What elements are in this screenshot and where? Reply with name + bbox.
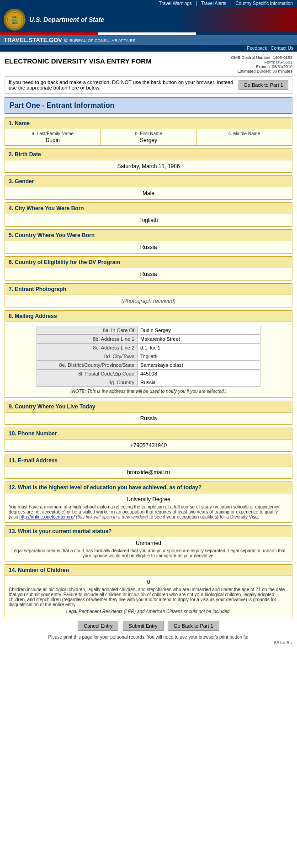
go-back-button[interactable]: Go Back to Part 1 — [168, 621, 219, 631]
email-value: bronxide@mail.ru — [5, 466, 292, 479]
address-value-4: Samarskaya oblast — [138, 361, 260, 370]
address-value-3: Togliatti — [138, 352, 260, 361]
section-email: 11. E-mail Address bronxide@mail.ru — [5, 455, 292, 479]
name-header: 1. Name — [5, 117, 292, 129]
marital-header: 13. What is your current marital status? — [5, 525, 292, 537]
address-value-2: d.1, kv. 1 — [138, 344, 260, 352]
section-photograph: 7. Entrant Photograph (Photograph receiv… — [5, 283, 292, 307]
address-table: 8a. In Care Of Dudin Sergey 8b. Address … — [37, 326, 260, 387]
middle-name-cell: c. Middle Name — [196, 129, 292, 145]
country-born-value: Russia — [5, 241, 292, 254]
address-row-3: 8d. City/Town Togliatti — [37, 352, 260, 361]
education-header: 12. What is the highest level of educati… — [5, 482, 292, 493]
address-row-5: 8f. Postal Code/Zip Code 445008 — [37, 370, 260, 378]
travel-alerts-link[interactable]: Travel Alerts — [201, 1, 226, 6]
nav-separator: | — [196, 1, 198, 6]
education-value: University Degree — [9, 496, 288, 503]
onet-link[interactable]: http://online.onetcenter.org/ — [19, 514, 74, 519]
education-body: University Degree You must have a minimu… — [5, 493, 292, 523]
marital-note: Legal separation means that a court has … — [9, 548, 288, 558]
middle-name-label: c. Middle Name — [200, 131, 288, 136]
top-nav: Travel Warnings | Travel Alerts | Countr… — [0, 0, 297, 7]
section-country-born: 5. Country Where You Were Born Russia — [5, 229, 292, 254]
part-heading: Part One - Entrant Information — [5, 97, 292, 114]
omb-info: OMB Control Number: 1405-0153 Form: DS-5… — [231, 55, 292, 74]
birth-date-header: 2. Birth Date — [5, 148, 292, 160]
address-row-4: 8e. District/County/Province/State Samar… — [37, 361, 260, 370]
section-marital: 13. What is your current marital status?… — [5, 525, 292, 561]
country-eligibility-value: Russia — [5, 268, 292, 281]
site-header: U.S. DEPT STATE U.S. Department of State — [0, 7, 297, 32]
gear-icon: ⚙ — [64, 37, 69, 43]
watermark: BRNX.RU — [5, 640, 292, 645]
header-title: U.S. Department of State — [29, 16, 104, 23]
country-info-link[interactable]: Country Specific Information — [235, 1, 293, 6]
children-value: 0 — [9, 579, 288, 585]
department-name: U.S. Department of State — [29, 16, 104, 23]
go-back-top-button[interactable]: Go Back to Part 1 — [239, 80, 288, 90]
address-label-1: 8b. Address Line 1 — [37, 335, 138, 344]
print-note: Please print this page for your personal… — [5, 635, 292, 640]
gender-value: Male — [5, 187, 292, 200]
svg-text:STATE: STATE — [12, 22, 18, 24]
children-header: 14. Number of Children — [5, 564, 292, 576]
country-live-value: Russia — [5, 413, 292, 425]
section-education: 12. What is the highest level of educati… — [5, 482, 292, 523]
address-value-6: Russia — [138, 378, 260, 387]
address-label-6: 8g. Country — [37, 378, 138, 387]
address-row-1: 8b. Address Line 1 Makarenko Street — [37, 335, 260, 344]
mailing-header: 8. Mailing Address — [5, 310, 292, 322]
address-label-5: 8f. Postal Code/Zip Code — [37, 370, 138, 378]
department-seal: U.S. DEPT STATE — [4, 9, 26, 31]
address-value-1: Makarenko Street — [138, 335, 260, 344]
last-name-cell: a. Last/Family Name Dudin — [5, 129, 101, 145]
first-name-label: b. First Name — [105, 131, 193, 136]
mailing-body: 8a. In Care Of Dudin Sergey 8b. Address … — [5, 322, 292, 398]
first-name-value: Sergey — [105, 137, 193, 143]
address-value-0: Dudin Sergey — [138, 326, 260, 335]
phone-header: 10. Phone Number — [5, 428, 292, 439]
main-content: ELECTRONIC DIVERSITY VISA ENTRY FORM OMB… — [0, 52, 297, 649]
svg-text:DEPT: DEPT — [12, 19, 17, 21]
section-gender: 3. Gender Male — [5, 175, 292, 200]
address-label-3: 8d. City/Town — [37, 352, 138, 361]
last-name-value: Dudin — [9, 137, 97, 143]
svg-text:U.S.: U.S. — [12, 16, 17, 18]
submit-entry-button[interactable]: Submit Entry — [123, 621, 164, 631]
address-label-0: 8a. In Care Of — [37, 326, 138, 335]
cancel-entry-button[interactable]: Cancel Entry — [78, 621, 118, 631]
section-city-born: 4. City Where You Were Born Togliatti — [5, 202, 292, 227]
travel-warnings-link[interactable]: Travel Warnings — [159, 1, 192, 6]
section-children: 14. Number of Children 0 Children includ… — [5, 564, 292, 617]
address-value-5: 445008 — [138, 370, 260, 378]
children-info2: Legal Permanent Residents (LPR) and Amer… — [9, 609, 288, 614]
marital-body: Unmarried Legal separation means that a … — [5, 537, 292, 561]
section-name: 1. Name a. Last/Family Name Dudin b. Fir… — [5, 117, 292, 146]
city-born-value: Togliatti — [5, 214, 292, 227]
marital-value: Unmarried — [9, 540, 288, 546]
bottom-buttons: Cancel Entry Submit Entry Go Back to Par… — [5, 621, 292, 631]
address-label-2: 8c. Address Line 2 — [37, 344, 138, 352]
country-live-header: 9. Country Where You Live Today — [5, 401, 292, 413]
section-country-live: 9. Country Where You Live Today Russia — [5, 401, 292, 425]
photograph-value: (Photograph received) — [5, 295, 292, 307]
back-note: If you need to go back and make a correc… — [5, 76, 292, 94]
photograph-header: 7. Entrant Photograph — [5, 283, 292, 295]
section-country-eligibility: 6. Country of Eligibility for the DV Pro… — [5, 256, 292, 281]
omb-section: ELECTRONIC DIVERSITY VISA ENTRY FORM OMB… — [5, 55, 292, 74]
first-name-cell: b. First Name Sergey — [101, 129, 197, 145]
phone-value: +79057431940 — [5, 439, 292, 452]
feedback-bar: Feedback | Contact Us — [0, 45, 297, 52]
birth-date-value: Saturday, March 11, 1986 — [5, 160, 292, 173]
email-header: 11. E-mail Address — [5, 455, 292, 466]
header-left: U.S. DEPT STATE U.S. Department of State — [4, 9, 104, 31]
address-row-0: 8a. In Care Of Dudin Sergey — [37, 326, 260, 335]
address-note: (NOTE: This is the address that will be … — [9, 389, 288, 394]
section-mailing: 8. Mailing Address 8a. In Care Of Dudin … — [5, 310, 292, 398]
address-label-4: 8e. District/County/Province/State — [37, 361, 138, 370]
contact-link[interactable]: Contact Us — [271, 46, 293, 51]
address-row-2: 8c. Address Line 2 d.1, kv. 1 — [37, 344, 260, 352]
back-note-text: If you need to go back and make a correc… — [9, 79, 234, 90]
feedback-link[interactable]: Feedback — [247, 46, 267, 51]
nav-separator2: | — [230, 1, 233, 6]
